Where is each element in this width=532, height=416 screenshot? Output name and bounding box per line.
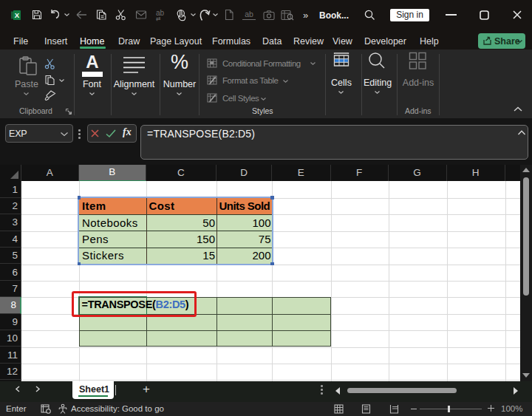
svg-text:X: X	[15, 11, 20, 19]
